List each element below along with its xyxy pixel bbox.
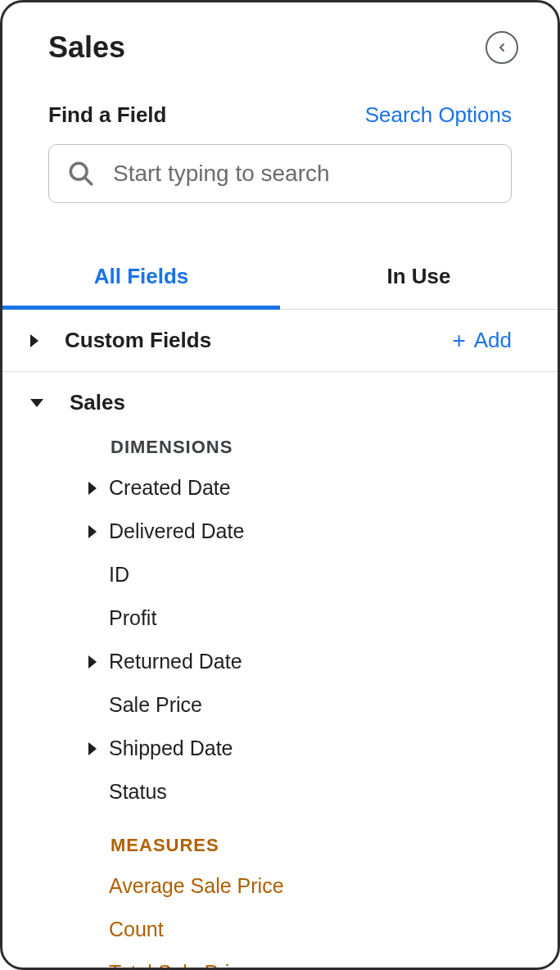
field-label: Shipped Date xyxy=(109,737,233,760)
field-created-date[interactable]: Created Date xyxy=(30,466,512,510)
plus-icon: + xyxy=(452,329,465,352)
field-label: Count xyxy=(109,918,164,941)
field-label: Profit xyxy=(109,606,156,630)
field-sale-price[interactable]: Sale Price xyxy=(30,683,512,727)
add-custom-field-button[interactable]: + Add xyxy=(452,328,512,353)
chevron-left-icon xyxy=(495,41,508,54)
field-label: Created Date xyxy=(109,476,231,500)
custom-fields-label: Custom Fields xyxy=(65,328,211,353)
collapse-button[interactable] xyxy=(485,31,518,64)
field-profit[interactable]: Profit xyxy=(30,596,512,640)
field-average-sale-price[interactable]: Average Sale Price xyxy=(30,864,512,908)
field-delivered-date[interactable]: Delivered Date xyxy=(30,510,512,553)
field-label: Status xyxy=(109,780,167,804)
tab-all-fields[interactable]: All Fields xyxy=(2,251,280,310)
add-label: Add xyxy=(474,328,512,353)
field-returned-date[interactable]: Returned Date xyxy=(30,640,512,683)
search-icon xyxy=(67,160,95,188)
dimensions-heading: DIMENSIONS xyxy=(111,437,512,458)
field-shipped-date[interactable]: Shipped Date xyxy=(30,727,512,770)
find-field-row: Find a Field Search Options xyxy=(2,65,558,128)
search-input[interactable] xyxy=(113,161,493,187)
field-tabs: All Fields In Use xyxy=(2,251,558,310)
sales-section-header[interactable]: Sales xyxy=(30,390,512,415)
sales-section: Sales DIMENSIONS Created Date Delivered … xyxy=(2,372,558,970)
svg-line-1 xyxy=(85,178,92,184)
field-total-sale-price[interactable]: Total Sale Price xyxy=(30,951,512,970)
caret-right-icon xyxy=(30,334,38,347)
search-options-link[interactable]: Search Options xyxy=(365,102,512,128)
caret-right-icon xyxy=(88,482,97,495)
field-label: Sale Price xyxy=(109,693,202,717)
field-count[interactable]: Count xyxy=(30,908,512,951)
field-label: Returned Date xyxy=(109,650,242,673)
field-status[interactable]: Status xyxy=(30,770,512,814)
caret-down-icon xyxy=(30,399,43,407)
caret-right-icon xyxy=(88,525,97,538)
field-label: Delivered Date xyxy=(109,519,244,543)
measures-heading: MEASURES xyxy=(111,835,512,856)
caret-right-icon xyxy=(88,655,97,669)
search-box[interactable] xyxy=(48,144,512,203)
panel-title: Sales xyxy=(48,30,125,65)
caret-right-icon xyxy=(88,742,97,755)
field-label: Total Sale Price xyxy=(109,961,251,970)
panel-header: Sales xyxy=(2,19,558,65)
tab-in-use[interactable]: In Use xyxy=(280,251,558,309)
field-label: Average Sale Price xyxy=(109,874,284,898)
field-picker-panel: Sales Find a Field Search Options All Fi… xyxy=(2,2,558,968)
custom-fields-section[interactable]: Custom Fields + Add xyxy=(2,310,558,372)
sales-section-label: Sales xyxy=(70,390,125,415)
field-id[interactable]: ID xyxy=(30,553,512,596)
find-field-label: Find a Field xyxy=(48,102,166,128)
field-label: ID xyxy=(109,563,129,587)
